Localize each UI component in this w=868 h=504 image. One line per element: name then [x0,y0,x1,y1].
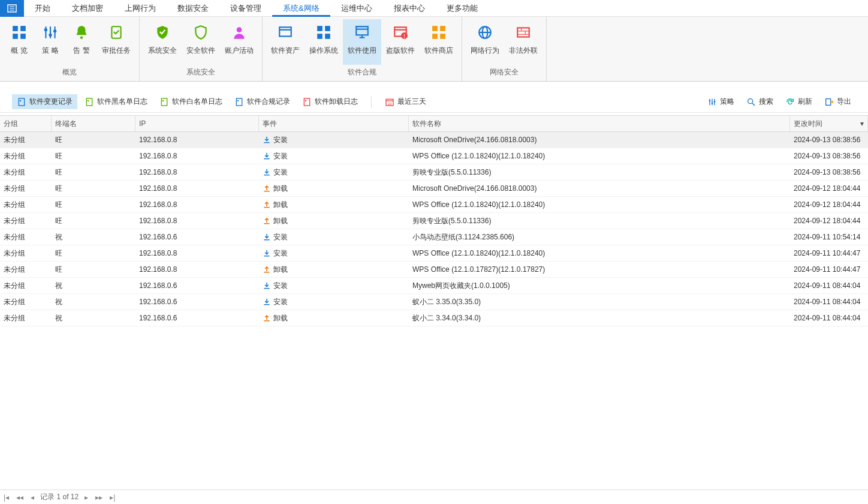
ribbon-label: 策 略 [42,46,58,56]
table-row[interactable]: 未分组旺192.168.0.8卸载WPS Office (12.1.0.1782… [0,262,868,278]
ribbon-overview[interactable]: 概 览 [4,19,35,65]
ribbon-os[interactable]: 操作系统 [305,19,343,65]
table-row[interactable]: 未分组旺192.168.0.8卸载剪映专业版(5.5.0.11336)2024-… [0,213,868,229]
table-row[interactable]: 未分组旺192.168.0.8安装Microsoft OneDrive(24.1… [0,132,868,148]
table-row[interactable]: 未分组旺192.168.0.8安装WPS Office (12.1.0.1824… [0,148,868,164]
cell-time: 2024-09-11 10:44:47 [790,265,868,274]
menu-5[interactable]: 系统&网络 [272,0,330,17]
menu-2[interactable]: 上网行为 [114,0,167,17]
ribbon-group-网络安全: 网络行为非法外联网络安全 [462,17,547,81]
pager-first[interactable]: |◂ [2,493,10,502]
ribbon-netact[interactable]: 网络行为 [466,19,504,65]
svg-rect-34 [440,34,445,39]
clipboard-icon [107,23,126,42]
menu-0[interactable]: 开始 [24,0,61,17]
ribbon-swstore[interactable]: 软件商店 [420,19,458,65]
sliders-icon [41,23,60,42]
svg-rect-20 [325,26,330,31]
table-row[interactable]: 未分组旺192.168.0.8安装剪映专业版(5.5.0.11336)2024-… [0,164,868,181]
menu-4[interactable]: 设备管理 [219,0,272,17]
pager-last[interactable]: ▸| [108,493,116,502]
action-export[interactable]: 导出 [819,94,856,109]
cell-group: 未分组 [0,135,52,145]
ribbon-swuse[interactable]: 软件使用 [343,19,381,65]
column-header-software[interactable]: 软件名称 [409,116,790,131]
svg-rect-22 [325,34,330,39]
action-label: 导出 [837,97,851,107]
menu-1[interactable]: 文档加密 [61,0,114,17]
ribbon-syssec[interactable]: 系统安全 [143,19,182,65]
table-row[interactable]: 未分组祝192.168.0.6安装小鸟动态壁纸(3.1124.2385.606)… [0,229,868,245]
pager-prev-page[interactable]: ◂◂ [15,493,25,502]
cell-ip: 192.168.0.6 [135,281,259,290]
cell-software: Microsoft OneDrive(24.166.0818.0003) [409,136,790,144]
menu-7[interactable]: 报表中心 [383,0,436,17]
shield-icon [191,23,210,42]
ribbon-group-概览: 概 览策 略告 警审批任务概览 [0,17,140,81]
tab-whitelist-log[interactable]: 软件白名单日志 [155,94,227,109]
svg-point-50 [237,100,239,101]
bell-icon [72,23,91,42]
tab-label: 软件白名单日志 [172,97,222,107]
table-row[interactable]: 未分组旺192.168.0.8卸载WPS Office (12.1.0.1824… [0,197,868,213]
ribbon-swasset[interactable]: 软件资产 [266,19,305,65]
tab-compliance-log[interactable]: 软件合规记录 [230,94,295,109]
cell-time: 2024-09-11 08:44:04 [790,298,868,306]
table-row[interactable]: 未分组祝192.168.0.6安装Myweb网页收藏夹(1.0.0.1005)2… [0,278,868,294]
action-label: 刷新 [798,97,812,107]
action-search[interactable]: 搜索 [742,94,778,109]
pager-next[interactable]: ▸ [83,493,89,502]
doc-icon [85,97,94,107]
filter-icon[interactable]: ▾ [860,119,864,128]
svg-rect-31 [432,26,438,31]
cell-group: 未分组 [0,248,52,259]
svg-rect-47 [161,98,167,106]
cell-group: 未分组 [0,151,52,161]
tab-uninstall-log[interactable]: 软件卸载日志 [297,94,363,109]
pager-prev[interactable]: ◂ [29,493,35,502]
table-row[interactable]: 未分组旺192.168.0.8安装WPS Office (12.1.0.1824… [0,245,868,262]
tab-label: 软件变更记录 [29,97,73,107]
menubar: 开始文档加密上网行为数据安全设备管理系统&网络运维中心报表中心更多功能 [0,0,868,17]
ribbon-approve[interactable]: 审批任务 [97,19,135,65]
ribbon-group-label: 概览 [4,65,135,81]
tab-change-log[interactable]: 软件变更记录 [12,94,77,109]
ribbon-account[interactable]: 账户活动 [220,19,258,65]
recent-filter[interactable]: 23最近三天 [380,94,431,109]
menu-6[interactable]: 运维中心 [330,0,383,17]
ribbon-illegal[interactable]: 非法外联 [504,19,542,65]
ribbon-secsoft[interactable]: 安全软件 [182,19,220,65]
cell-terminal: 祝 [52,281,135,291]
app-menu-button[interactable] [0,0,24,17]
pager-next-page[interactable]: ▸▸ [94,493,104,502]
tab-blacklist-log[interactable]: 软件黑名单日志 [80,94,152,109]
cell-group: 未分组 [0,313,52,323]
cell-software: 剪映专业版(5.5.0.11336) [409,167,790,178]
cell-terminal: 祝 [52,232,135,242]
menu-3[interactable]: 数据安全 [167,0,219,17]
ribbon-alert[interactable]: 告 警 [66,19,97,65]
svg-rect-32 [440,26,445,31]
svg-rect-7 [20,34,26,39]
table-row[interactable]: 未分组旺192.168.0.8卸载Microsoft OneDrive(24.1… [0,181,868,197]
app-logo-icon [7,4,17,13]
column-header-ip[interactable]: IP [135,116,259,131]
table-row[interactable]: 未分组祝192.168.0.6安装蚁小二 3.35.0(3.35.0)2024-… [0,294,868,310]
column-header-terminal[interactable]: 终端名 [52,116,135,131]
column-header-group[interactable]: 分组 [0,116,52,131]
action-policy[interactable]: 策略 [703,94,739,109]
table-row[interactable]: 未分组祝192.168.0.6卸载蚁小二 3.34.0(3.34.0)2024-… [0,310,868,326]
menu-8[interactable]: 更多功能 [436,0,489,17]
ribbon-pirate[interactable]: !盗版软件 [381,19,420,65]
column-header-time[interactable]: 更改时间▾ [790,116,868,131]
cell-event: 安装 [259,135,409,145]
cell-group: 未分组 [0,200,52,210]
ribbon-policy[interactable]: 策 略 [35,19,66,65]
cell-event: 卸载 [259,313,409,323]
action-refresh[interactable]: 刷新 [780,94,817,109]
svg-rect-5 [20,26,26,31]
column-header-event[interactable]: 事件 [259,116,409,131]
cell-group: 未分组 [0,281,52,291]
cell-ip: 192.168.0.8 [135,217,259,225]
svg-text:!: ! [403,33,405,39]
